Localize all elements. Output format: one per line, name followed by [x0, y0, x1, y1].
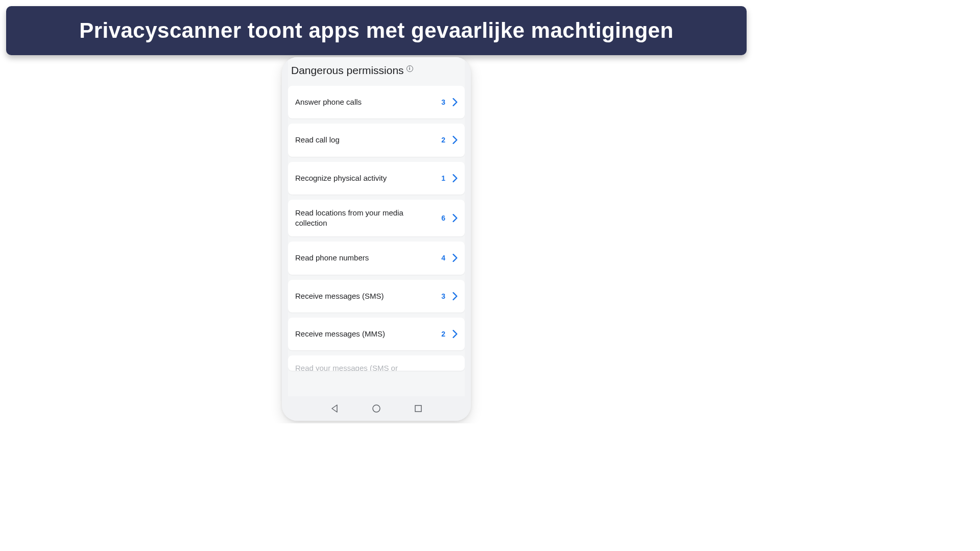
permission-meta: 1: [441, 174, 458, 182]
permission-label: Read locations from your media collectio…: [295, 208, 441, 229]
phone-frame: Dangerous permissions i Answer phone cal…: [282, 57, 471, 421]
permission-count: 2: [441, 136, 445, 144]
permission-label: Read call log: [295, 135, 441, 145]
permission-count: 2: [441, 330, 445, 338]
permission-label: Answer phone calls: [295, 97, 441, 107]
svg-point-0: [373, 405, 380, 412]
nav-back-icon[interactable]: [330, 404, 339, 413]
android-nav-bar: [282, 396, 471, 421]
info-icon[interactable]: i: [407, 65, 413, 72]
permission-row-recognize-physical-activity[interactable]: Recognize physical activity 1: [288, 162, 465, 195]
permissions-list: Answer phone calls 3 Read call log 2: [288, 86, 465, 371]
permission-row-read-call-log[interactable]: Read call log 2: [288, 124, 465, 156]
permission-count: 6: [441, 214, 445, 222]
chevron-right-icon: [452, 136, 458, 144]
nav-recent-icon[interactable]: [414, 404, 423, 413]
permission-row-read-phone-numbers[interactable]: Read phone numbers 4: [288, 242, 465, 274]
nav-home-icon[interactable]: [372, 404, 381, 413]
permission-count: 3: [441, 98, 445, 106]
chevron-right-icon: [452, 254, 458, 262]
chevron-right-icon: [452, 98, 458, 106]
permission-count: 3: [441, 292, 445, 300]
permission-label: Read phone numbers: [295, 253, 441, 263]
permission-meta: 6: [441, 214, 458, 222]
chevron-right-icon: [452, 174, 458, 182]
permission-row-partial[interactable]: Read your messages (SMS or: [288, 355, 465, 371]
permission-row-answer-phone-calls[interactable]: Answer phone calls 3: [288, 86, 465, 118]
permission-label: Receive messages (SMS): [295, 291, 441, 301]
section-header: Dangerous permissions i: [288, 57, 465, 86]
chevron-right-icon: [452, 214, 458, 222]
permission-row-receive-sms[interactable]: Receive messages (SMS) 3: [288, 280, 465, 313]
app-screen: Dangerous permissions i Answer phone cal…: [288, 57, 465, 396]
permission-count: 4: [441, 254, 445, 262]
chevron-right-icon: [452, 330, 458, 338]
permission-label: Recognize physical activity: [295, 173, 441, 183]
permission-meta: 3: [441, 98, 458, 106]
permission-meta: 3: [441, 292, 458, 300]
section-title: Dangerous permissions: [291, 64, 404, 77]
permission-meta: 4: [441, 254, 458, 262]
permission-count: 1: [441, 174, 445, 182]
banner-title: Privacyscanner toont apps met gevaarlijk…: [6, 6, 747, 55]
permission-label: Receive messages (MMS): [295, 329, 441, 339]
svg-rect-1: [415, 405, 421, 412]
permission-meta: 2: [441, 330, 458, 338]
permission-label: Read your messages (SMS or: [295, 364, 398, 371]
permission-row-read-locations-media[interactable]: Read locations from your media collectio…: [288, 200, 465, 237]
permission-row-receive-mms[interactable]: Receive messages (MMS) 2: [288, 318, 465, 350]
phone-mockup: Dangerous permissions i Answer phone cal…: [282, 57, 471, 421]
permission-meta: 2: [441, 136, 458, 144]
chevron-right-icon: [452, 292, 458, 300]
